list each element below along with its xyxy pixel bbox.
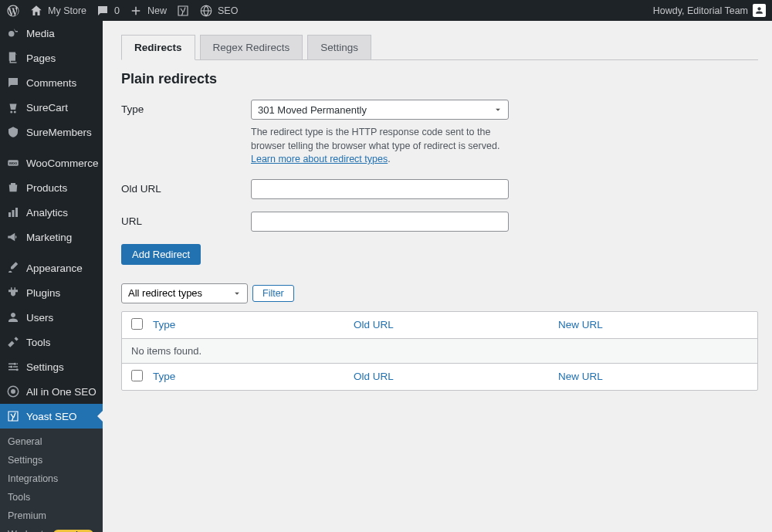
- table-empty-message: No items found.: [122, 339, 757, 363]
- sidebar-item-settings[interactable]: Settings: [0, 354, 103, 379]
- sidebar-item-surecart[interactable]: SureCart: [0, 95, 103, 120]
- woocommerce-icon: woo: [6, 156, 20, 170]
- svg-text:woo: woo: [8, 161, 18, 165]
- sidebar-item-tools[interactable]: Tools: [0, 330, 103, 354]
- sidebar-label: SureCart: [26, 102, 68, 114]
- products-icon: [6, 181, 20, 195]
- svg-point-9: [10, 366, 12, 368]
- sidebar-label: Comments: [26, 77, 76, 89]
- seo-topbar-link[interactable]: SEO: [199, 4, 238, 18]
- media-icon: [6, 26, 20, 40]
- submenu-item-workouts[interactable]: WorkoutsPremium: [0, 525, 103, 532]
- sidebar-item-media[interactable]: Media: [0, 21, 103, 46]
- sliders-icon: [6, 360, 20, 374]
- select-all-checkbox[interactable]: [131, 318, 143, 330]
- sidebar-item-suremembers[interactable]: SureMembers: [0, 120, 103, 144]
- sidebar-label: Media: [26, 28, 55, 39]
- globe-icon: [199, 4, 213, 18]
- admin-toolbar: My Store 0 New SEO Howdy, Editorial Team: [0, 0, 772, 21]
- brush-icon: [6, 261, 20, 275]
- svg-rect-7: [15, 208, 18, 217]
- type-select[interactable]: 301 Moved Permanently: [251, 100, 509, 120]
- svg-rect-6: [12, 210, 15, 217]
- comment-count: 0: [114, 5, 120, 16]
- suremembers-icon: [6, 125, 20, 139]
- sidebar-label: Users: [26, 312, 53, 324]
- pages-icon: [6, 51, 20, 65]
- add-redirect-button[interactable]: Add Redirect: [121, 244, 201, 265]
- main-content: Redirects Regex Redirects Settings Plain…: [103, 21, 772, 532]
- tab-settings[interactable]: Settings: [307, 35, 371, 60]
- table-header: Type Old URL New URL: [122, 312, 757, 339]
- column-footer-new-url[interactable]: New URL: [558, 371, 748, 382]
- sidebar-label: Marketing: [26, 232, 72, 243]
- submenu-item-general[interactable]: General: [0, 432, 103, 451]
- greeting: Howdy, Editorial Team: [653, 5, 748, 16]
- column-footer-old-url[interactable]: Old URL: [354, 371, 558, 382]
- sidebar-label: Pages: [26, 53, 56, 64]
- column-footer-type[interactable]: Type: [153, 371, 354, 382]
- person-icon: [754, 5, 764, 15]
- sidebar-label: Settings: [26, 361, 64, 373]
- svg-point-8: [14, 363, 16, 365]
- column-header-type[interactable]: Type: [153, 319, 354, 330]
- tabs: Redirects Regex Redirects Settings: [121, 35, 758, 60]
- submenu-item-tools[interactable]: Tools: [0, 488, 103, 507]
- sidebar-item-marketing[interactable]: Marketing: [0, 225, 103, 249]
- tab-regex-redirects[interactable]: Regex Redirects: [200, 35, 303, 60]
- submenu-item-premium[interactable]: Premium: [0, 507, 103, 525]
- comment-icon: [96, 4, 110, 18]
- learn-more-link[interactable]: Learn more about redirect types: [251, 154, 388, 164]
- column-header-old-url[interactable]: Old URL: [354, 319, 558, 330]
- yoast-icon: [176, 4, 190, 18]
- sidebar-item-woocommerce[interactable]: woo WooCommerce: [0, 151, 103, 175]
- wp-logo[interactable]: [6, 4, 20, 18]
- wrench-icon: [6, 335, 20, 349]
- section-title: Plain redirects: [121, 71, 758, 87]
- url-input[interactable]: [251, 212, 509, 232]
- comments-link[interactable]: 0: [96, 4, 120, 18]
- sidebar-item-aioseo[interactable]: All in One SEO: [0, 379, 103, 404]
- sidebar-label: Tools: [26, 337, 51, 348]
- select-all-checkbox-foot[interactable]: [131, 370, 143, 381]
- plugin-icon: [6, 286, 20, 300]
- yoast-submenu: General Settings Integrations Tools Prem…: [0, 429, 103, 532]
- sidebar-item-pages[interactable]: Pages: [0, 46, 103, 70]
- column-header-new-url[interactable]: New URL: [558, 319, 748, 330]
- sidebar-label: All in One SEO: [26, 386, 96, 398]
- yoast-topbar[interactable]: [176, 4, 190, 18]
- svg-point-10: [16, 368, 19, 371]
- plus-icon: [129, 4, 143, 18]
- analytics-icon: [6, 205, 20, 219]
- sidebar-label: Analytics: [26, 207, 68, 219]
- site-name: My Store: [48, 5, 86, 16]
- filter-button[interactable]: Filter: [252, 285, 294, 302]
- sidebar-label: Plugins: [26, 287, 60, 299]
- admin-sidebar: Media Pages Comments SureCart SureMember…: [0, 21, 103, 532]
- sidebar-item-yoast[interactable]: Yoast SEO: [0, 404, 103, 429]
- old-url-input[interactable]: [251, 179, 509, 199]
- new-content-link[interactable]: New: [129, 4, 167, 18]
- submenu-item-integrations[interactable]: Integrations: [0, 469, 103, 488]
- sidebar-item-comments[interactable]: Comments: [0, 70, 103, 95]
- comment-icon: [6, 76, 20, 90]
- seo-label: SEO: [218, 5, 238, 16]
- svg-point-12: [11, 389, 15, 394]
- sidebar-item-plugins[interactable]: Plugins: [0, 280, 103, 305]
- sidebar-item-users[interactable]: Users: [0, 305, 103, 330]
- site-link[interactable]: My Store: [29, 4, 86, 18]
- sidebar-item-appearance[interactable]: Appearance: [0, 256, 103, 280]
- account-link[interactable]: Howdy, Editorial Team: [653, 4, 766, 17]
- user-icon: [6, 310, 20, 324]
- sidebar-label: Yoast SEO: [26, 411, 77, 422]
- aioseo-icon: [6, 385, 20, 398]
- sidebar-item-analytics[interactable]: Analytics: [0, 200, 103, 225]
- tab-redirects[interactable]: Redirects: [121, 35, 195, 60]
- svg-rect-5: [8, 212, 11, 217]
- sidebar-item-products[interactable]: Products: [0, 175, 103, 200]
- type-help-text: The redirect type is the HTTP response c…: [251, 126, 509, 167]
- surecart-icon: [6, 100, 20, 114]
- filter-type-select[interactable]: All redirect types: [121, 283, 248, 303]
- table-footer: Type Old URL New URL: [122, 363, 757, 390]
- submenu-item-settings[interactable]: Settings: [0, 451, 103, 469]
